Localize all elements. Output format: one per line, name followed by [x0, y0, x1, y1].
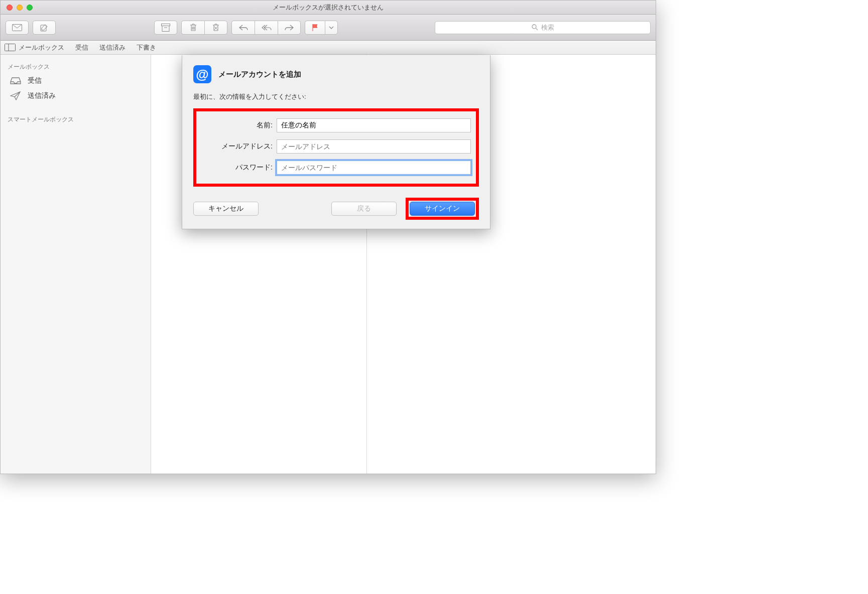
sidebar-inbox-label: 受信 [28, 76, 42, 85]
titlebar: メールボックスが選択されていません [1, 1, 656, 15]
window-controls [1, 5, 33, 11]
reply-icon [239, 25, 248, 31]
svg-point-8 [532, 25, 536, 29]
search-placeholder: 検索 [541, 23, 554, 32]
sidebar-heading-smart: スマートメールボックス [1, 112, 151, 126]
chevron-down-icon [329, 26, 334, 29]
search-field[interactable]: 検索 [435, 21, 651, 34]
forward-button[interactable] [278, 21, 301, 35]
zoom-window-button[interactable] [27, 5, 33, 11]
email-label: メールアドレス: [201, 142, 277, 151]
flag-menu-button[interactable] [325, 21, 338, 35]
toolbar: 検索 [1, 15, 656, 41]
back-button: 戻る [331, 202, 397, 216]
fav-inbox[interactable]: 受信 [75, 43, 88, 52]
sidebar-item-inbox[interactable]: 受信 [1, 73, 151, 88]
svg-line-9 [536, 28, 538, 30]
name-label: 名前: [201, 121, 277, 130]
favorites-bar: メールボックス 受信 送信済み 下書き [1, 41, 656, 55]
dialog-title: メールアカウントを追加 [218, 70, 301, 79]
delete-button[interactable] [181, 21, 204, 35]
junk-icon [212, 24, 219, 32]
name-input[interactable] [277, 118, 471, 132]
sent-icon [10, 91, 22, 100]
inbox-icon [10, 77, 22, 85]
fav-mailboxes: メールボックス [19, 43, 64, 52]
sidebar: メールボックス 受信 送信済み スマートメールボックス [1, 55, 151, 474]
compose-button[interactable] [33, 21, 56, 35]
svg-rect-10 [5, 44, 16, 51]
reply-button[interactable] [231, 21, 255, 35]
close-window-button[interactable] [7, 5, 13, 11]
password-label: パスワード: [201, 163, 277, 172]
add-account-dialog: @ メールアカウントを追加 最初に、次の情報を入力してください: 名前: メール… [182, 55, 490, 229]
svg-rect-3 [162, 26, 169, 31]
mail-window: メールボックスが選択されていません [0, 0, 656, 474]
password-input[interactable] [277, 161, 471, 175]
envelope-icon [12, 24, 22, 31]
signin-highlight-box: サインイン [406, 198, 479, 220]
cancel-button[interactable]: キャンセル [193, 202, 259, 216]
reply-all-button[interactable] [255, 21, 278, 35]
email-input[interactable] [277, 139, 471, 154]
flag-button[interactable] [305, 21, 325, 35]
reply-all-icon [262, 25, 272, 31]
toggle-sidebar-button[interactable]: メールボックス [5, 43, 64, 52]
archive-icon [161, 24, 170, 32]
flag-icon [312, 24, 319, 32]
sidebar-sent-label: 送信済み [28, 91, 56, 100]
junk-button[interactable] [204, 21, 227, 35]
get-mail-button[interactable] [6, 21, 29, 35]
compose-icon [40, 24, 48, 32]
signin-button[interactable]: サインイン [410, 202, 475, 216]
dialog-subtitle: 最初に、次の情報を入力してください: [193, 92, 479, 101]
minimize-window-button[interactable] [17, 5, 23, 11]
form-highlight-box: 名前: メールアドレス: パスワード: [193, 108, 479, 187]
svg-rect-2 [162, 24, 170, 26]
sidebar-icon [5, 44, 16, 51]
sidebar-item-sent[interactable]: 送信済み [1, 88, 151, 103]
fav-sent[interactable]: 送信済み [99, 43, 126, 52]
window-title: メールボックスが選択されていません [1, 3, 656, 12]
trash-icon [190, 24, 197, 32]
fav-drafts[interactable]: 下書き [137, 43, 156, 52]
forward-icon [285, 25, 294, 31]
sidebar-heading-mailboxes: メールボックス [1, 60, 151, 73]
archive-button[interactable] [154, 21, 177, 35]
at-sign-icon: @ [193, 65, 211, 83]
search-icon [532, 24, 538, 31]
